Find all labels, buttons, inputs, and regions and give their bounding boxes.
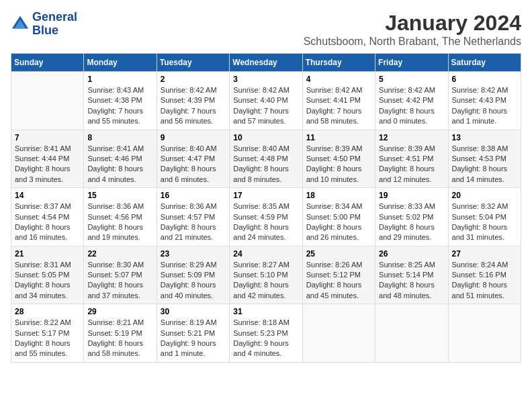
day-number: 9	[161, 133, 226, 142]
day-detail: Sunrise: 8:33 AMSunset: 5:02 PMDaylight:…	[379, 201, 444, 243]
day-detail: Sunrise: 8:42 AMSunset: 4:43 PMDaylight:…	[452, 85, 517, 127]
calendar-table: SundayMondayTuesdayWednesdayThursdayFrid…	[11, 53, 521, 363]
weekday-header: Sunday	[11, 54, 84, 72]
calendar-cell: 26Sunrise: 8:25 AMSunset: 5:14 PMDayligh…	[375, 246, 448, 304]
day-detail: Sunrise: 8:38 AMSunset: 4:53 PMDaylight:…	[452, 144, 517, 185]
day-number: 29	[87, 307, 152, 316]
day-number: 6	[452, 75, 517, 84]
calendar-cell: 20Sunrise: 8:32 AMSunset: 5:04 PMDayligh…	[448, 188, 521, 246]
day-number: 11	[306, 133, 371, 142]
calendar-cell: 17Sunrise: 8:35 AMSunset: 4:59 PMDayligh…	[230, 188, 302, 246]
day-number: 27	[452, 249, 517, 259]
weekday-header: Saturday	[448, 54, 521, 72]
title-block: January 2024 Schutsboom, North Brabant, …	[304, 11, 521, 48]
day-detail: Sunrise: 8:24 AMSunset: 5:16 PMDaylight:…	[452, 260, 517, 302]
day-number: 31	[233, 307, 298, 316]
day-detail: Sunrise: 8:30 AMSunset: 5:07 PMDaylight:…	[87, 260, 152, 302]
day-detail: Sunrise: 8:41 AMSunset: 4:46 PMDaylight:…	[87, 144, 152, 185]
day-detail: Sunrise: 8:36 AMSunset: 4:57 PMDaylight:…	[161, 201, 226, 243]
calendar-cell	[11, 72, 84, 130]
logo-text: General Blue	[32, 11, 77, 38]
day-detail: Sunrise: 8:40 AMSunset: 4:48 PMDaylight:…	[233, 144, 298, 185]
day-number: 25	[306, 249, 371, 259]
calendar-cell: 25Sunrise: 8:26 AMSunset: 5:12 PMDayligh…	[302, 246, 375, 304]
weekday-header-row: SundayMondayTuesdayWednesdayThursdayFrid…	[11, 54, 521, 72]
calendar-cell: 28Sunrise: 8:22 AMSunset: 5:17 PMDayligh…	[11, 304, 84, 363]
day-detail: Sunrise: 8:21 AMSunset: 5:19 PMDaylight:…	[87, 318, 152, 359]
day-number: 3	[233, 75, 298, 84]
day-detail: Sunrise: 8:39 AMSunset: 4:50 PMDaylight:…	[306, 144, 371, 185]
calendar-week-row: 21Sunrise: 8:31 AMSunset: 5:05 PMDayligh…	[11, 246, 521, 304]
calendar-cell: 16Sunrise: 8:36 AMSunset: 4:57 PMDayligh…	[157, 188, 229, 246]
calendar-cell: 19Sunrise: 8:33 AMSunset: 5:02 PMDayligh…	[375, 188, 448, 246]
day-detail: Sunrise: 8:42 AMSunset: 4:40 PMDaylight:…	[233, 85, 298, 127]
calendar-cell: 12Sunrise: 8:39 AMSunset: 4:51 PMDayligh…	[375, 130, 448, 188]
weekday-header: Tuesday	[157, 54, 229, 72]
day-number: 16	[161, 191, 226, 200]
day-detail: Sunrise: 8:31 AMSunset: 5:05 PMDaylight:…	[15, 260, 80, 302]
day-detail: Sunrise: 8:37 AMSunset: 4:54 PMDaylight:…	[15, 201, 80, 243]
calendar-cell	[448, 304, 521, 363]
calendar-cell: 1Sunrise: 8:43 AMSunset: 4:38 PMDaylight…	[84, 72, 157, 130]
calendar-week-row: 14Sunrise: 8:37 AMSunset: 4:54 PMDayligh…	[11, 188, 521, 246]
logo: General Blue	[11, 11, 77, 38]
calendar-cell: 2Sunrise: 8:42 AMSunset: 4:39 PMDaylight…	[157, 72, 229, 130]
calendar-cell: 13Sunrise: 8:38 AMSunset: 4:53 PMDayligh…	[448, 130, 521, 188]
calendar-cell: 7Sunrise: 8:41 AMSunset: 4:44 PMDaylight…	[11, 130, 84, 188]
calendar-cell: 29Sunrise: 8:21 AMSunset: 5:19 PMDayligh…	[84, 304, 157, 363]
day-detail: Sunrise: 8:36 AMSunset: 4:56 PMDaylight:…	[87, 201, 152, 243]
calendar-cell: 5Sunrise: 8:42 AMSunset: 4:42 PMDaylight…	[375, 72, 448, 130]
day-number: 5	[379, 75, 444, 84]
day-number: 2	[161, 75, 226, 84]
day-detail: Sunrise: 8:42 AMSunset: 4:39 PMDaylight:…	[161, 85, 226, 127]
day-number: 7	[15, 133, 80, 142]
day-number: 13	[452, 133, 517, 142]
calendar-cell: 21Sunrise: 8:31 AMSunset: 5:05 PMDayligh…	[11, 246, 84, 304]
day-detail: Sunrise: 8:22 AMSunset: 5:17 PMDaylight:…	[15, 318, 80, 359]
day-number: 28	[15, 307, 80, 316]
day-number: 12	[379, 133, 444, 142]
day-number: 20	[452, 191, 517, 200]
day-detail: Sunrise: 8:34 AMSunset: 5:00 PMDaylight:…	[306, 201, 371, 243]
day-number: 15	[87, 191, 152, 200]
calendar-cell: 30Sunrise: 8:19 AMSunset: 5:21 PMDayligh…	[157, 304, 229, 363]
day-detail: Sunrise: 8:42 AMSunset: 4:41 PMDaylight:…	[306, 85, 371, 127]
day-number: 10	[233, 133, 298, 142]
calendar-cell: 6Sunrise: 8:42 AMSunset: 4:43 PMDaylight…	[448, 72, 521, 130]
day-detail: Sunrise: 8:41 AMSunset: 4:44 PMDaylight:…	[15, 144, 80, 185]
day-detail: Sunrise: 8:32 AMSunset: 5:04 PMDaylight:…	[452, 201, 517, 243]
calendar-cell	[375, 304, 448, 363]
calendar-week-row: 7Sunrise: 8:41 AMSunset: 4:44 PMDaylight…	[11, 130, 521, 188]
calendar-cell: 18Sunrise: 8:34 AMSunset: 5:00 PMDayligh…	[302, 188, 375, 246]
calendar-cell: 4Sunrise: 8:42 AMSunset: 4:41 PMDaylight…	[302, 72, 375, 130]
day-number: 1	[87, 75, 152, 84]
calendar-week-row: 1Sunrise: 8:43 AMSunset: 4:38 PMDaylight…	[11, 72, 521, 130]
calendar-cell: 8Sunrise: 8:41 AMSunset: 4:46 PMDaylight…	[84, 130, 157, 188]
calendar-cell: 3Sunrise: 8:42 AMSunset: 4:40 PMDaylight…	[230, 72, 302, 130]
calendar-cell: 27Sunrise: 8:24 AMSunset: 5:16 PMDayligh…	[448, 246, 521, 304]
month-title: January 2024	[304, 11, 521, 36]
day-number: 24	[233, 249, 298, 259]
calendar-cell: 24Sunrise: 8:27 AMSunset: 5:10 PMDayligh…	[230, 246, 302, 304]
page-header: General Blue January 2024 Schutsboom, No…	[11, 11, 521, 48]
day-detail: Sunrise: 8:42 AMSunset: 4:42 PMDaylight:…	[379, 85, 444, 127]
day-detail: Sunrise: 8:39 AMSunset: 4:51 PMDaylight:…	[379, 144, 444, 185]
day-number: 22	[87, 249, 152, 259]
day-number: 8	[87, 133, 152, 142]
day-detail: Sunrise: 8:27 AMSunset: 5:10 PMDaylight:…	[233, 260, 298, 302]
day-detail: Sunrise: 8:26 AMSunset: 5:12 PMDaylight:…	[306, 260, 371, 302]
day-detail: Sunrise: 8:35 AMSunset: 4:59 PMDaylight:…	[233, 201, 298, 243]
day-detail: Sunrise: 8:25 AMSunset: 5:14 PMDaylight:…	[379, 260, 444, 302]
day-number: 23	[161, 249, 226, 259]
day-number: 14	[15, 191, 80, 200]
calendar-cell: 9Sunrise: 8:40 AMSunset: 4:47 PMDaylight…	[157, 130, 229, 188]
day-number: 4	[306, 75, 371, 84]
calendar-cell: 23Sunrise: 8:29 AMSunset: 5:09 PMDayligh…	[157, 246, 229, 304]
day-number: 17	[233, 191, 298, 200]
subtitle: Schutsboom, North Brabant, The Netherlan…	[304, 36, 521, 48]
day-number: 19	[379, 191, 444, 200]
calendar-week-row: 28Sunrise: 8:22 AMSunset: 5:17 PMDayligh…	[11, 304, 521, 363]
day-number: 26	[379, 249, 444, 259]
calendar-cell: 10Sunrise: 8:40 AMSunset: 4:48 PMDayligh…	[230, 130, 302, 188]
weekday-header: Friday	[375, 54, 448, 72]
